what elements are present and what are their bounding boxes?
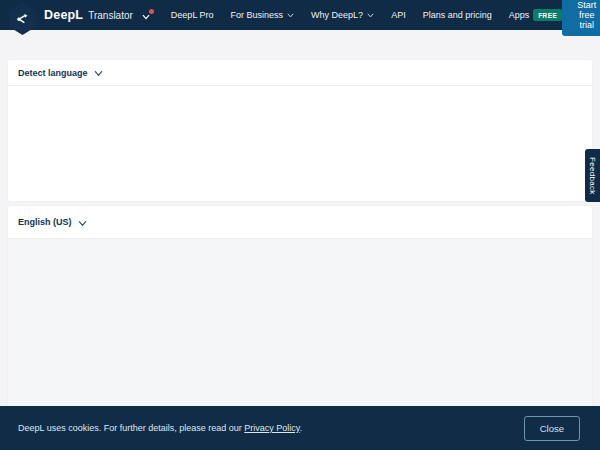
source-panel: Detect language xyxy=(8,60,592,201)
chevron-down-icon xyxy=(287,12,294,19)
feedback-tab[interactable]: Feedback xyxy=(585,149,600,202)
nav-item-why-deepl[interactable]: Why DeepL? xyxy=(311,10,374,20)
nav-item-for-business[interactable]: For Business xyxy=(231,10,295,20)
deepl-logo-icon xyxy=(14,10,31,27)
top-navbar: DeepL Translator DeepL Pro For Business … xyxy=(0,0,600,30)
chevron-down-icon xyxy=(78,219,85,226)
privacy-policy-link[interactable]: Privacy Policy xyxy=(244,423,299,433)
source-language-selector[interactable]: Detect language xyxy=(8,60,592,86)
free-badge: FREE xyxy=(533,9,562,21)
chevron-down-icon xyxy=(94,69,101,76)
target-text-output xyxy=(8,239,592,406)
nav-item-deepl-pro[interactable]: DeepL Pro xyxy=(171,10,214,20)
cookie-banner: DeepL uses cookies. For further details,… xyxy=(0,406,600,450)
target-panel: English (US) xyxy=(8,206,592,406)
nav-item-api[interactable]: API xyxy=(391,10,406,20)
navbar-right-group: Start free trial xyxy=(562,0,600,36)
brand-name: DeepL xyxy=(44,8,83,22)
deepl-logo[interactable] xyxy=(8,2,37,35)
target-language-selector[interactable]: English (US) xyxy=(8,206,592,239)
product-switcher[interactable]: Translator xyxy=(88,10,133,21)
main-nav: DeepL Pro For Business Why DeepL? API Pl… xyxy=(171,9,562,21)
brand-group: DeepL Translator xyxy=(44,8,149,22)
nav-item-plans-and-pricing[interactable]: Plans and pricing xyxy=(423,10,492,20)
start-free-trial-button[interactable]: Start free trial xyxy=(562,0,600,36)
close-button[interactable]: Close xyxy=(524,416,580,441)
product-switcher-chevron-icon[interactable] xyxy=(142,13,149,20)
notification-dot xyxy=(149,9,154,14)
target-language-label: English (US) xyxy=(18,217,72,227)
chevron-down-icon xyxy=(367,12,374,19)
cookie-banner-text: DeepL uses cookies. For further details,… xyxy=(18,423,524,433)
source-language-label: Detect language xyxy=(18,68,88,78)
source-text-input[interactable] xyxy=(8,86,592,200)
nav-item-apps[interactable]: Apps FREE xyxy=(509,9,562,21)
